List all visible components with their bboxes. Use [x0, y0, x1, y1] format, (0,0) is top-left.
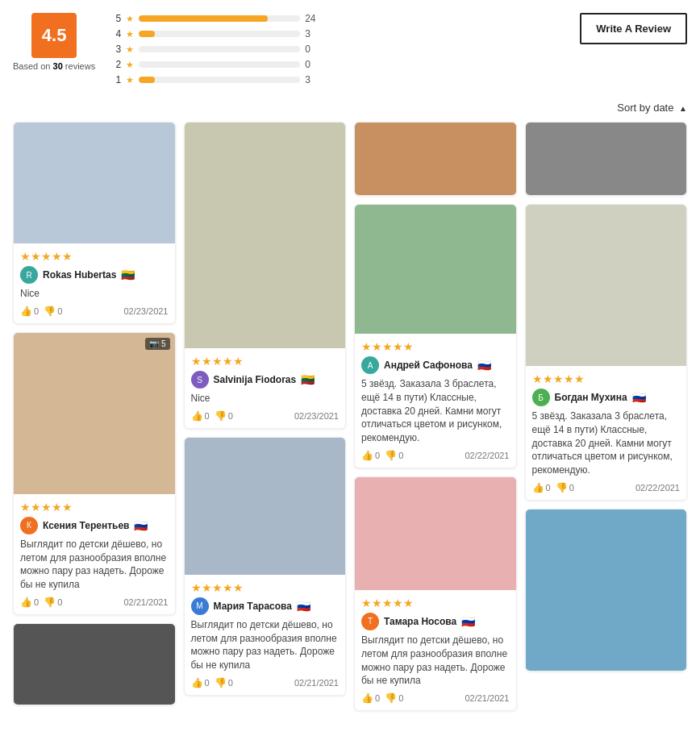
like-button[interactable]: 👍 0 [361, 692, 380, 704]
card-body: ★★★★★ S Salvinija Fiodoras 🇱🇹 Nice 👍 0 👎… [185, 348, 346, 428]
like-count: 0 [375, 693, 380, 703]
reviewer-name: Тамара Носова [384, 616, 456, 627]
dislike-count: 0 [228, 411, 233, 421]
thumbs-up-icon: 👍 [361, 450, 373, 461]
review-date: 02/23/2021 [123, 306, 168, 316]
star-rating: ★★★★★ [361, 340, 510, 353]
flag-icon: 🇱🇹 [301, 373, 315, 386]
thumbs-down-icon: 👎 [215, 677, 227, 688]
review-image [355, 205, 516, 334]
star-number: 4 [115, 28, 121, 40]
write-review-button[interactable]: Write A Review [580, 13, 687, 44]
dislike-button[interactable]: 👎 0 [385, 450, 403, 461]
reviewer-name: Андрей Сафонова [384, 360, 473, 371]
avatar: К [20, 517, 38, 534]
star-number: 3 [115, 44, 121, 55]
dislike-count: 0 [398, 451, 403, 460]
like-count: 0 [34, 306, 39, 316]
thumbs-up-icon: 👍 [361, 692, 373, 704]
like-count: 0 [375, 451, 380, 460]
star-rating: ★★★★★ [191, 355, 340, 368]
reviewer-name: Мария Тарасова [214, 601, 292, 612]
review-image [526, 123, 687, 195]
card-body: ★★★★★ А Андрей Сафонова 🇷🇺 5 звёзд. Зака… [355, 334, 516, 468]
review-date: 02/21/2021 [465, 693, 509, 703]
review-meta: 👍 0 👎 0 02/21/2021 [361, 692, 510, 704]
card-image-wrap [14, 624, 175, 705]
dislike-button[interactable]: 👎 0 [556, 482, 574, 493]
bar-count: 3 [305, 28, 321, 40]
like-button[interactable]: 👍 0 [532, 482, 551, 493]
review-card [354, 122, 517, 196]
thumbs-up-icon: 👍 [191, 677, 203, 688]
star-rating: ★★★★★ [20, 501, 169, 514]
review-card: ★★★★★ М Мария Тарасова 🇷🇺 Выглядит по де… [184, 437, 347, 696]
avatar: Т [361, 613, 379, 630]
like-count: 0 [205, 411, 210, 421]
reviewer-name: Rokas Hubertas [43, 269, 116, 281]
reviewer-info: Б Богдан Мухина 🇷🇺 [532, 389, 681, 406]
dislike-button[interactable]: 👎 0 [44, 597, 62, 608]
like-button[interactable]: 👍 0 [191, 410, 210, 422]
flag-icon: 🇷🇺 [461, 615, 475, 628]
star-icon: ★ [126, 29, 134, 40]
overall-score: 4.5 Based on 30 reviews [13, 13, 95, 71]
card-image-wrap: 📷 5 [14, 333, 175, 494]
review-meta: 👍 0 👎 0 02/23/2021 [191, 410, 340, 422]
sort-arrow-icon: ▲ [679, 104, 687, 113]
review-card: ★★★★★ R Rokas Hubertas 🇱🇹 Nice 👍 0 👎 0 0… [13, 122, 176, 324]
rating-bar-row: 1 ★ 3 [115, 74, 321, 85]
card-image-wrap [355, 123, 516, 195]
thumbs-up-icon: 👍 [20, 306, 32, 317]
review-image [14, 333, 175, 494]
card-body: ★★★★★ Б Богдан Мухина 🇷🇺 5 звёзд. Заказа… [526, 366, 687, 500]
like-button[interactable]: 👍 0 [361, 450, 380, 461]
review-text: Nice [191, 392, 340, 405]
dislike-button[interactable]: 👎 0 [44, 306, 62, 317]
star-rating: ★★★★★ [191, 581, 340, 594]
like-button[interactable]: 👍 0 [20, 306, 39, 317]
rating-bar-row: 2 ★ 0 [115, 59, 321, 70]
bar-fill [139, 31, 155, 37]
bar-count: 0 [305, 44, 321, 55]
review-card: ★★★★★ Б Богдан Мухина 🇷🇺 5 звёзд. Заказа… [525, 204, 688, 501]
avatar: S [191, 371, 209, 389]
review-date: 02/23/2021 [294, 411, 339, 421]
dislike-count: 0 [57, 306, 62, 316]
thumbs-up-icon: 👍 [532, 482, 544, 493]
review-image [185, 438, 346, 575]
review-card [13, 623, 176, 705]
reviewer-info: S Salvinija Fiodoras 🇱🇹 [191, 371, 340, 389]
bar-fill [139, 15, 268, 22]
bar-fill [139, 77, 155, 83]
dislike-button[interactable]: 👎 0 [215, 410, 233, 422]
rating-bars: 5 ★ 24 4 ★ 3 3 ★ 0 2 ★ 0 1 ★ 3 [115, 13, 321, 85]
score-box: 4.5 [31, 13, 77, 58]
like-button[interactable]: 👍 0 [20, 597, 39, 608]
bar-track [139, 31, 300, 37]
dislike-button[interactable]: 👎 0 [215, 677, 233, 688]
review-meta: 👍 0 👎 0 02/23/2021 [20, 306, 169, 317]
thumbs-down-icon: 👎 [44, 306, 56, 317]
avatar: R [20, 266, 38, 284]
reviewer-info: К Ксения Терентьев 🇷🇺 [20, 517, 169, 534]
reviews-grid: ★★★★★ R Rokas Hubertas 🇱🇹 Nice 👍 0 👎 0 0… [13, 122, 687, 711]
rating-bar-row: 3 ★ 0 [115, 44, 321, 55]
review-text: Выглядит по детски дёшево, но летом для … [191, 618, 340, 672]
review-image [14, 624, 175, 705]
card-image-wrap [185, 123, 346, 348]
star-number: 1 [115, 74, 121, 85]
like-button[interactable]: 👍 0 [191, 677, 210, 688]
review-text: 5 звёзд. Заказала 3 браслета, ещё 14 в п… [532, 410, 681, 477]
review-image [185, 123, 346, 348]
dislike-count: 0 [57, 597, 62, 607]
review-date: 02/22/2021 [635, 483, 680, 493]
reviewer-info: М Мария Тарасова 🇷🇺 [191, 597, 340, 615]
sort-label[interactable]: Sort by date ▲ [617, 102, 687, 114]
card-body: ★★★★★ Т Тамара Носова 🇷🇺 Выглядит по дет… [355, 590, 516, 710]
rating-summary: 4.5 Based on 30 reviews 5 ★ 24 4 ★ 3 3 ★… [13, 13, 687, 85]
review-image [526, 205, 687, 366]
dislike-button[interactable]: 👎 0 [385, 692, 403, 704]
reviewer-name: Salvinija Fiodoras [214, 374, 297, 385]
thumbs-up-icon: 👍 [191, 410, 203, 422]
